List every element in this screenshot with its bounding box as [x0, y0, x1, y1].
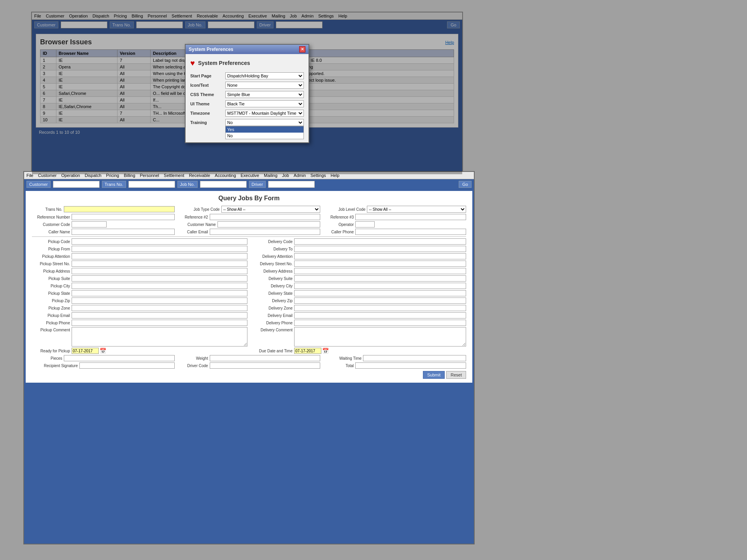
training-dropdown-container: No Yes No Yes No	[225, 119, 304, 126]
delivery-suite-input[interactable]	[294, 275, 466, 282]
delivery-city-input[interactable]	[294, 283, 466, 289]
delivery-comment-textarea[interactable]	[294, 327, 466, 346]
bottom-bar: Submit Reset	[32, 371, 466, 379]
weight-input[interactable]	[210, 355, 321, 361]
pieces-input[interactable]	[64, 355, 175, 361]
delivery-comment-label: Delivery Comment	[251, 327, 293, 332]
pref-start-page-row: Start Page Dispatch/Holding Bay	[190, 72, 304, 79]
ready-for-pickup-label: Ready for Pickup	[32, 349, 71, 353]
delivery-phone-input[interactable]	[294, 320, 466, 326]
pickup-state-label: Pickup State	[32, 291, 71, 296]
due-calendar-icon[interactable]: 📅	[322, 348, 329, 354]
pref-training-row: Training No Yes No Yes No	[190, 119, 304, 126]
pref-ui-theme-row: UI Theme Black Tie	[190, 100, 304, 107]
waiting-time-input[interactable]	[363, 355, 466, 361]
option-yes[interactable]: Yes	[226, 126, 303, 133]
form-reset-button[interactable]: Reset	[446, 371, 466, 379]
caller-phone-input[interactable]	[355, 229, 466, 235]
trans-no-label: Trans No.	[32, 207, 63, 212]
modal-title-text: System Preferences	[198, 60, 250, 66]
customer-name-label: Customer Name	[178, 222, 217, 227]
modal-body: ♥ System Preferences Start Page Dispatch…	[186, 54, 309, 142]
pickup-city-label: Pickup City	[32, 284, 71, 288]
pickup-state-input[interactable]	[72, 290, 247, 296]
css-theme-select[interactable]: Simple Blue	[225, 91, 304, 98]
pickup-street-no-input[interactable]	[72, 261, 247, 267]
recipient-sig-label: Recipient Signature	[32, 364, 79, 368]
delivery-email-input[interactable]	[294, 312, 466, 318]
training-label: Training	[190, 120, 225, 125]
delivery-street-no-input[interactable]	[294, 261, 466, 267]
pickup-calendar-icon[interactable]: 📅	[100, 348, 106, 354]
query-form-title: Query Jobs By Form	[32, 195, 466, 202]
job-level-code-select[interactable]: -- Show All --	[367, 206, 466, 213]
pieces-label: Pieces	[32, 356, 63, 360]
total-label: Total	[323, 364, 354, 368]
pickup-attention-input[interactable]	[72, 253, 247, 259]
modal-icon-title: ♥ System Preferences	[190, 59, 304, 68]
submit-button[interactable]: Submit	[423, 371, 445, 379]
pickup-suite-label: Pickup Suite	[32, 276, 71, 281]
caller-name-input[interactable]	[72, 229, 175, 235]
delivery-zip-input[interactable]	[294, 298, 466, 304]
delivery-state-input[interactable]	[294, 290, 466, 296]
delivery-address-input[interactable]	[294, 268, 466, 274]
pickup-address-input[interactable]	[72, 268, 247, 274]
due-date-time-input[interactable]	[294, 348, 321, 354]
ref2-label: Reference #2	[178, 215, 209, 219]
customer-code-input[interactable]	[72, 221, 107, 228]
total-input[interactable]	[355, 362, 466, 369]
pickup-suite-input[interactable]	[72, 275, 247, 282]
b-job-no-input[interactable]	[200, 181, 247, 188]
pickup-zip-label: Pickup Zip	[32, 299, 71, 303]
driver-code-input[interactable]	[210, 362, 321, 369]
pickup-city-input[interactable]	[72, 283, 247, 289]
pickup-zone-input[interactable]	[72, 305, 247, 311]
recipient-signature-input[interactable]	[79, 362, 175, 369]
operator-input[interactable]	[355, 221, 375, 228]
ui-theme-select[interactable]: Black Tie	[225, 100, 304, 107]
caller-phone-label: Caller Phone	[323, 230, 354, 234]
reference-number-input[interactable]	[72, 214, 175, 220]
pickup-comment-textarea[interactable]	[72, 327, 247, 346]
query-trans-no[interactable]	[64, 206, 175, 212]
timezone-select[interactable]: MST7MDT - Mountain Daylight Time	[225, 110, 304, 117]
delivery-email-label: Delivery Email	[251, 313, 293, 318]
modal-close-button[interactable]: ✕	[299, 46, 305, 52]
due-date-time-label: Due Date and Time	[251, 349, 293, 353]
pickup-phone-input[interactable]	[72, 320, 247, 326]
pickup-email-input[interactable]	[72, 312, 247, 318]
b-customer-input[interactable]	[53, 181, 100, 188]
icon-text-select[interactable]: None	[225, 82, 304, 89]
pickup-zip-input[interactable]	[72, 298, 247, 304]
pref-icon-text-row: Icon/Text None	[190, 82, 304, 89]
b-go-button[interactable]: Go	[459, 181, 472, 188]
b-driver-input[interactable]	[268, 181, 315, 188]
delivery-to-input[interactable]	[294, 246, 466, 252]
caller-email-input[interactable]	[210, 229, 321, 235]
query-form-area: Query Jobs By Form Trans No. Job Type Co…	[26, 191, 472, 383]
operator-label: Operator	[323, 222, 354, 227]
training-select[interactable]: No Yes No	[225, 119, 304, 126]
reference-2-input[interactable]	[210, 214, 321, 220]
ready-for-pickup-input[interactable]	[72, 348, 99, 354]
pickup-email-label: Pickup Email	[32, 313, 71, 318]
b-driver-label: Driver	[249, 181, 266, 188]
heart-icon: ♥	[190, 59, 195, 68]
delivery-zone-input[interactable]	[294, 305, 466, 311]
option-no[interactable]: No	[226, 133, 303, 139]
modal-title: System Preferences	[189, 47, 233, 52]
delivery-code-input[interactable]	[294, 238, 466, 245]
start-page-select[interactable]: Dispatch/Holding Bay	[225, 72, 304, 79]
pickup-code-input[interactable]	[72, 238, 247, 245]
job-level-code-label: Job Level Code	[323, 207, 366, 212]
b-trans-no-input[interactable]	[128, 181, 175, 188]
job-type-code-select[interactable]: -- Show All --	[221, 206, 321, 213]
delivery-attention-input[interactable]	[294, 253, 466, 259]
reference-3-input[interactable]	[355, 214, 466, 220]
customer-name-input[interactable]	[217, 221, 321, 228]
pickup-from-label: Pickup From	[32, 247, 71, 251]
pickup-from-input[interactable]	[72, 246, 247, 252]
ui-theme-label: UI Theme	[190, 102, 225, 106]
pickup-street-no-label: Pickup Street No.	[32, 262, 71, 266]
